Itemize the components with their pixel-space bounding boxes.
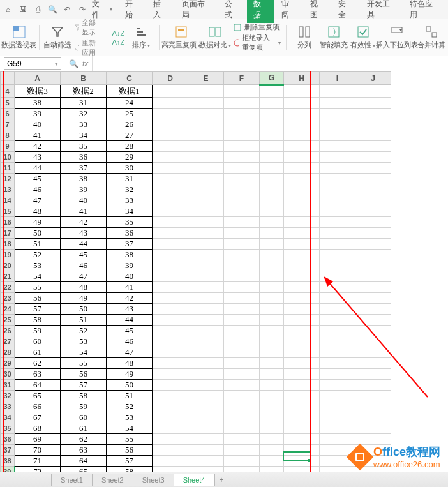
cell[interactable]	[320, 282, 355, 293]
cell[interactable]	[188, 217, 224, 228]
cell[interactable]: 41	[61, 206, 107, 217]
cell[interactable]	[355, 434, 391, 445]
cell[interactable]: 数据2	[61, 85, 107, 98]
cell[interactable]	[355, 369, 391, 380]
cell[interactable]: 52	[15, 250, 61, 260]
row-header[interactable]: 25	[1, 315, 15, 326]
cell[interactable]	[355, 401, 391, 412]
row-header[interactable]: 19	[1, 250, 15, 260]
cell[interactable]: 46	[15, 184, 61, 195]
autofilter-button[interactable]: 自动筛选	[45, 24, 70, 51]
cell[interactable]	[284, 380, 320, 391]
cell[interactable]	[188, 163, 224, 174]
cell[interactable]	[188, 401, 224, 412]
menu-tab-开始[interactable]: 开始	[119, 0, 146, 23]
cell[interactable]	[153, 315, 188, 326]
cell[interactable]: 47	[107, 347, 153, 358]
cell[interactable]	[260, 195, 284, 206]
cell[interactable]: 62	[61, 434, 107, 445]
cell[interactable]: 39	[107, 260, 153, 271]
cell[interactable]: 70	[15, 445, 61, 456]
col-header-F[interactable]: F	[224, 72, 260, 85]
cell[interactable]: 48	[107, 358, 153, 369]
cell[interactable]: 42	[15, 141, 61, 152]
row-header[interactable]: 4	[1, 85, 15, 98]
cell[interactable]	[188, 347, 224, 358]
cell[interactable]: 39	[61, 184, 107, 195]
cell[interactable]	[284, 369, 320, 380]
cell[interactable]	[260, 260, 284, 271]
cell[interactable]	[153, 271, 188, 282]
cell[interactable]: 71	[15, 456, 61, 467]
cell[interactable]	[153, 412, 188, 423]
cell[interactable]	[260, 326, 284, 336]
highlight-dup-button[interactable]: 高亮重复项▾	[165, 24, 198, 51]
cell[interactable]	[320, 304, 355, 315]
cell[interactable]	[260, 293, 284, 304]
row-header[interactable]: 27	[1, 336, 15, 347]
cell[interactable]	[260, 152, 284, 163]
row-header[interactable]: 13	[1, 184, 15, 195]
cell[interactable]: 63	[61, 445, 107, 456]
row-header[interactable]: 14	[1, 195, 15, 206]
cell[interactable]: 43	[107, 304, 153, 315]
cell[interactable]	[224, 141, 260, 152]
cell[interactable]: 47	[61, 271, 107, 282]
cell[interactable]	[284, 347, 320, 358]
cell[interactable]	[284, 456, 320, 467]
cell[interactable]	[320, 423, 355, 434]
sheet-tab-Sheet3[interactable]: Sheet3	[133, 474, 174, 486]
cell[interactable]	[153, 369, 188, 380]
cell[interactable]	[355, 271, 391, 282]
cell[interactable]	[355, 423, 391, 434]
cell[interactable]: 45	[107, 326, 153, 336]
cell[interactable]	[260, 445, 284, 456]
cell[interactable]: 32	[61, 109, 107, 119]
cell[interactable]	[355, 85, 391, 98]
cell[interactable]	[320, 434, 355, 445]
row-header[interactable]: 35	[1, 423, 15, 434]
flash-fill-button[interactable]: 智能填充	[321, 24, 347, 51]
cell[interactable]	[260, 239, 284, 250]
remove-dup-button[interactable]: 删除重复项	[233, 22, 281, 32]
cell[interactable]: 43	[61, 228, 107, 239]
cell[interactable]	[153, 239, 188, 250]
home-icon[interactable]: ⌂	[3, 4, 13, 15]
cell[interactable]	[320, 380, 355, 391]
cell[interactable]: 38	[107, 250, 153, 260]
cell[interactable]: 数据3	[15, 85, 61, 98]
cell[interactable]: 57	[15, 304, 61, 315]
cell[interactable]: 50	[107, 380, 153, 391]
cell[interactable]	[284, 423, 320, 434]
row-header[interactable]: 30	[1, 369, 15, 380]
cell[interactable]	[188, 85, 224, 98]
cell[interactable]	[284, 434, 320, 445]
cell[interactable]: 59	[61, 401, 107, 412]
cell[interactable]	[260, 250, 284, 260]
cell[interactable]	[153, 228, 188, 239]
cell[interactable]	[260, 119, 284, 130]
cell[interactable]: 37	[61, 163, 107, 174]
cell[interactable]	[320, 347, 355, 358]
menu-tab-审阅[interactable]: 审阅	[275, 0, 302, 23]
reapply-button[interactable]: 重新应用	[74, 38, 101, 57]
cell[interactable]: 48	[15, 206, 61, 217]
cell[interactable]	[224, 326, 260, 336]
cell[interactable]	[260, 109, 284, 119]
cell[interactable]: 51	[107, 391, 153, 401]
cell[interactable]: 38	[15, 98, 61, 109]
cell[interactable]	[153, 434, 188, 445]
cell[interactable]	[355, 217, 391, 228]
cell[interactable]	[320, 152, 355, 163]
cell[interactable]	[224, 85, 260, 98]
cell[interactable]: 67	[15, 412, 61, 423]
cell[interactable]	[260, 163, 284, 174]
cell[interactable]	[284, 282, 320, 293]
cell[interactable]	[320, 206, 355, 217]
cell[interactable]	[320, 250, 355, 260]
cell[interactable]	[153, 206, 188, 217]
cell[interactable]	[355, 315, 391, 326]
cell[interactable]	[260, 228, 284, 239]
cell[interactable]	[284, 217, 320, 228]
cell[interactable]	[260, 336, 284, 347]
